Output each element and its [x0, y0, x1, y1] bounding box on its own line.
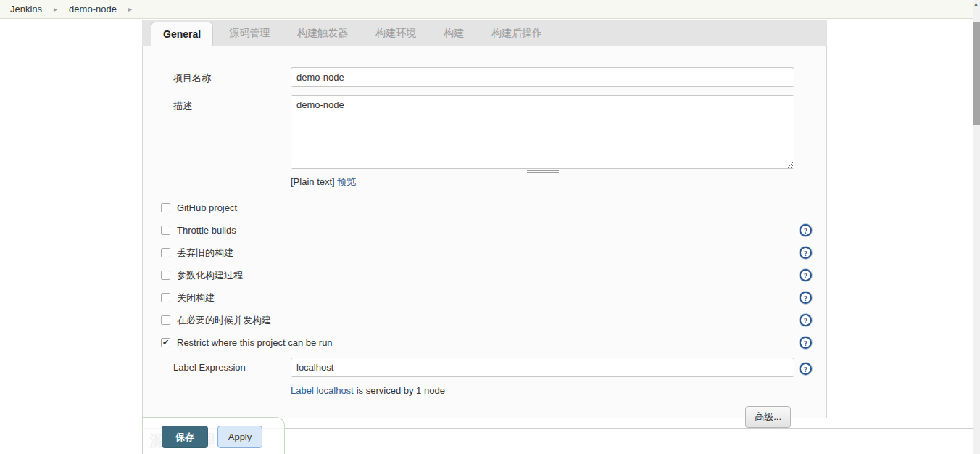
breadcrumb: Jenkins ▸ demo-node ▸: [0, 0, 980, 19]
save-panel: 保存 Apply: [142, 417, 285, 454]
help-icon[interactable]: ?: [800, 292, 812, 304]
label-expression-row: Label Expression ?: [173, 358, 826, 377]
breadcrumb-separator-icon: ▸: [128, 5, 132, 13]
question-mark-glyph: ?: [804, 271, 808, 280]
config-tab-bar: General 源码管理 构建触发器 构建环境 构建 构建后操作: [142, 20, 827, 46]
description-column: demo-node [Plain text] 预览: [291, 95, 794, 189]
config-tab[interactable]: 源码管理: [217, 21, 281, 46]
checkbox[interactable]: [161, 226, 170, 235]
general-section: 项目名称 描述 demo-node [Plain text] 预览 GitHub…: [142, 46, 827, 418]
config-tab[interactable]: 构建触发器: [286, 21, 360, 46]
checkbox-label: GitHub project: [177, 202, 237, 213]
label-expression-input[interactable]: [291, 358, 794, 377]
project-name-row: 项目名称: [173, 67, 826, 87]
checkbox[interactable]: [161, 203, 170, 212]
checkbox[interactable]: [161, 315, 170, 325]
label-hint-line: Label localhostis serviced by 1 node: [291, 385, 826, 396]
label-localhost-link[interactable]: Label localhost: [291, 385, 354, 396]
checkbox[interactable]: [161, 338, 170, 347]
help-icon[interactable]: ?: [800, 314, 812, 326]
label-expression-label: Label Expression: [173, 358, 291, 377]
checkbox-label: Restrict where this project can be run: [177, 337, 333, 348]
config-tab[interactable]: 构建环境: [364, 21, 428, 46]
checkbox-label: Throttle builds: [177, 225, 236, 236]
save-button[interactable]: 保存: [162, 426, 208, 448]
config-panel: General 源码管理 构建触发器 构建环境 构建 构建后操作 项目名称 描述…: [142, 20, 827, 418]
config-tab[interactable]: 构建: [432, 21, 476, 46]
question-mark-glyph: ?: [804, 249, 808, 257]
project-name-input[interactable]: [291, 67, 794, 87]
checkbox-label: 丢弃旧的构建: [177, 247, 233, 260]
config-tab[interactable]: 构建后操作: [480, 21, 554, 46]
description-textarea[interactable]: demo-node: [291, 95, 794, 169]
question-mark-glyph: ?: [804, 226, 808, 235]
checkbox-label: 在必要的时候并发构建: [177, 314, 271, 327]
checkbox[interactable]: [161, 271, 170, 280]
description-row: 描述 demo-node [Plain text] 预览: [173, 95, 826, 189]
help-icon[interactable]: ?: [800, 224, 812, 236]
option-row: 在必要的时候并发构建 ?: [143, 309, 826, 331]
label-hint-text: is serviced by 1 node: [357, 385, 445, 396]
option-row: 参数化构建过程 ?: [143, 264, 826, 286]
textarea-drag-handle[interactable]: [527, 170, 559, 173]
option-row: Throttle builds ?: [143, 219, 826, 242]
breadcrumb-separator-icon: ▸: [54, 5, 57, 13]
option-list: GitHub project ? Throttle builds ? 丢弃旧的构…: [143, 197, 826, 354]
breadcrumb-item[interactable]: Jenkins: [10, 4, 42, 15]
config-tab[interactable]: General: [151, 22, 213, 46]
apply-button[interactable]: Apply: [217, 426, 262, 448]
scrollbar-thumb[interactable]: [973, 22, 980, 125]
description-label: 描述: [173, 95, 291, 189]
question-mark-glyph: ?: [804, 294, 808, 302]
checkbox-label: 关闭构建: [177, 292, 215, 305]
option-row: 丢弃旧的构建 ?: [143, 242, 826, 264]
project-name-label: 项目名称: [173, 67, 291, 87]
vertical-scrollbar[interactable]: ▲: [973, 0, 980, 454]
option-row: GitHub project ?: [143, 197, 826, 219]
description-preview-line: [Plain text] 预览: [291, 176, 794, 189]
scrollbar-up-arrow-icon[interactable]: ▲: [973, 1, 979, 7]
question-mark-glyph: ?: [804, 339, 808, 347]
preview-link[interactable]: 预览: [337, 176, 356, 187]
option-row: 关闭构建 ?: [143, 286, 826, 309]
help-icon[interactable]: ?: [800, 363, 812, 375]
checkbox[interactable]: [161, 293, 170, 302]
help-icon[interactable]: ?: [800, 247, 812, 259]
advanced-button[interactable]: 高级...: [745, 406, 791, 428]
question-mark-glyph: ?: [804, 316, 808, 325]
help-icon[interactable]: ?: [800, 337, 812, 349]
checkbox-label: 参数化构建过程: [177, 269, 243, 282]
option-row: Restrict where this project can be run ?: [143, 331, 826, 354]
help-icon[interactable]: ?: [800, 269, 812, 281]
text-mode-label: [Plain text]: [291, 176, 335, 187]
breadcrumb-item[interactable]: demo-node: [69, 4, 117, 15]
checkbox[interactable]: [161, 248, 170, 257]
question-mark-glyph: ?: [804, 365, 808, 373]
